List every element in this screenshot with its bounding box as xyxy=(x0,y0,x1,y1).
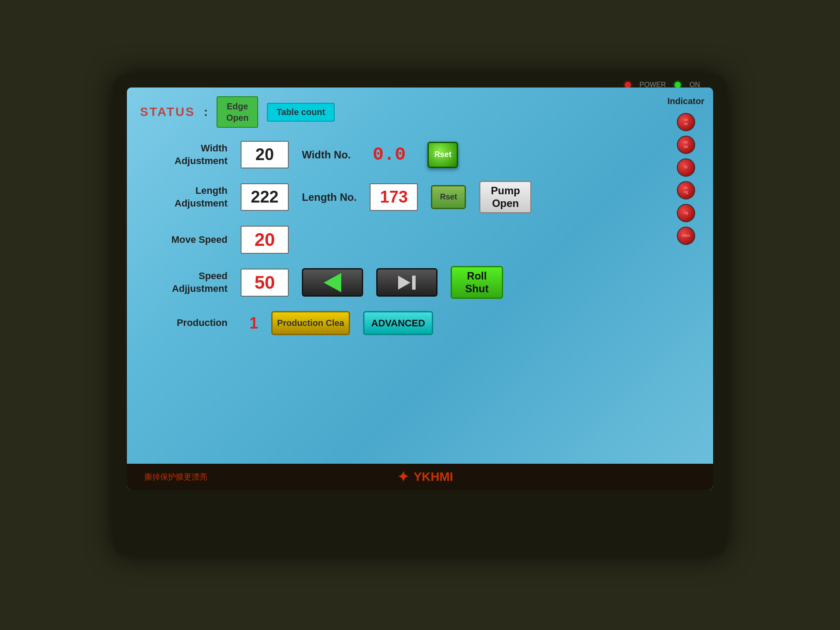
width-no-label: Width No. xyxy=(302,149,351,161)
width-rset-button[interactable]: Rset xyxy=(427,142,458,168)
width-adjustment-label: WidthAdjustment xyxy=(140,142,228,167)
indicator-circle-2: nctar xyxy=(677,136,695,154)
production-clear-button[interactable]: Production Clea xyxy=(271,311,350,335)
move-speed-value[interactable]: 20 xyxy=(241,226,289,254)
length-no-label: Length No. xyxy=(302,191,357,203)
indicator-label: Indicator xyxy=(668,96,704,106)
power-dot-red xyxy=(625,82,631,88)
power-dot-green xyxy=(675,82,681,88)
arrow-left-icon xyxy=(324,273,341,292)
production-value: 1 xyxy=(249,314,258,332)
pump-open-button[interactable]: PumpOpen xyxy=(479,181,532,214)
move-speed-row: Move Speed 20 xyxy=(140,226,639,254)
arrow-left-button[interactable] xyxy=(302,268,363,297)
main-content: WidthAdjustment 20 Width No. 0.0 Rset Le… xyxy=(140,141,639,335)
length-adjustment-row: LengthAdjustment 222 Length No. 173 Rset… xyxy=(140,181,639,214)
length-adjustment-value[interactable]: 222 xyxy=(241,183,289,211)
indicator-circle-4: mng xyxy=(677,181,695,200)
indicator-circle-5: ng xyxy=(677,204,695,222)
brand-name: YKHMI xyxy=(413,470,453,484)
ind-text-5: ng xyxy=(684,211,688,215)
speed-adjustment-label: SpeedAdjjustment xyxy=(140,270,228,295)
ind-text-6: sass xyxy=(682,234,690,238)
status-bar: STATUS : EdgeOpen Table count xyxy=(140,96,700,128)
indicator-circle-1: utet xyxy=(677,113,695,131)
length-no-value[interactable]: 173 xyxy=(370,183,418,211)
status-colon: : xyxy=(204,105,208,119)
device-frame: POWER ON STATUS : EdgeOpen Table count I… xyxy=(114,74,726,556)
move-speed-label: Move Speed xyxy=(140,234,228,246)
status-label: STATUS xyxy=(140,105,195,119)
production-label: Production xyxy=(140,317,228,329)
screen: STATUS : EdgeOpen Table count Indicator … xyxy=(127,88,713,490)
ind-text-3: hr xyxy=(684,165,688,170)
width-no-value: 0.0 xyxy=(373,144,406,165)
width-adjustment-row: WidthAdjustment 20 Width No. 0.0 Rset xyxy=(140,141,639,168)
chinese-text: 撕掉保护膜更漂亮 xyxy=(144,472,207,482)
bottom-bar: 撕掉保护膜更漂亮 ✦ YKHMI xyxy=(127,464,713,490)
brand-logo: ✦ YKHMI xyxy=(397,469,453,485)
advanced-button[interactable]: ADVANCED xyxy=(363,311,433,335)
production-row: Production 1 Production Clea ADVANCED xyxy=(140,311,639,335)
roll-shut-button[interactable]: RollShut xyxy=(451,266,503,299)
indicator-circle-3: hr xyxy=(677,158,695,177)
indicator-section: Indicator utet nctar hr mng ng sass xyxy=(668,96,704,245)
arrow-right-bar xyxy=(412,276,416,290)
arrow-right-icon xyxy=(398,276,410,290)
ind-text-1: utet xyxy=(684,118,688,126)
brand-icon: ✦ xyxy=(397,469,409,485)
indicator-circle-6: sass xyxy=(677,227,695,245)
edge-open-button[interactable]: EdgeOpen xyxy=(217,96,258,128)
width-adjustment-value[interactable]: 20 xyxy=(241,141,289,168)
arrow-right-button[interactable] xyxy=(376,268,438,297)
ind-text-4: mng xyxy=(684,186,688,195)
table-count-button[interactable]: Table count xyxy=(267,103,335,122)
speed-adjustment-row: SpeedAdjjustment 50 RollShut xyxy=(140,266,639,299)
length-rset-button[interactable]: Rset xyxy=(431,185,466,209)
length-adjustment-label: LengthAdjustment xyxy=(140,185,228,210)
speed-adjustment-value[interactable]: 50 xyxy=(241,269,289,297)
ind-text-2: nctar xyxy=(684,140,689,149)
